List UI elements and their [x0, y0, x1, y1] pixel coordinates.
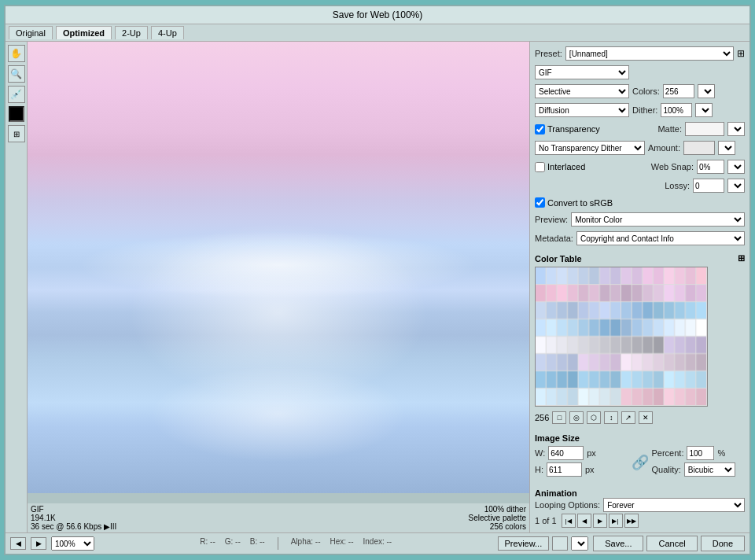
animation-header: Animation	[535, 488, 745, 498]
tab-optimized[interactable]: Optimized	[56, 26, 112, 39]
quality-label: Quality:	[652, 465, 681, 474]
quality-row: Quality: Bicubic	[652, 462, 746, 477]
looping-select[interactable]: Forever	[603, 498, 745, 512]
anim-prev-btn[interactable]: ◀	[577, 514, 591, 528]
preview-label: Preview:	[535, 215, 568, 224]
color-table-btn3[interactable]: ⬡	[587, 411, 601, 424]
lossy-label: Lossy:	[665, 181, 690, 190]
quality-select[interactable]: Bicubic	[684, 462, 735, 477]
canvas-image	[28, 42, 529, 493]
dither-select[interactable]: Diffusion	[535, 103, 629, 117]
format-row: GIF	[535, 65, 745, 79]
tab-2up[interactable]: 2-Up	[115, 26, 148, 39]
hand-tool-button[interactable]: ✋	[8, 45, 25, 62]
left-panel: ✋ 🔍 💉 ⊞ GIF 194.1K 36 sec	[6, 42, 529, 532]
animation-section: Animation Looping Options: Forever 1 of …	[535, 485, 745, 528]
color-table-btn4[interactable]: ↕	[604, 411, 618, 424]
link-proportions-icon[interactable]: 🔗	[632, 454, 649, 471]
color-table-btn5[interactable]: ↗	[621, 411, 635, 424]
animation-controls: 1 of 1 |◀ ◀ ▶ ▶| ▶▶	[535, 514, 745, 528]
tab-4up[interactable]: 4-Up	[151, 26, 184, 39]
transparency-checkbox-label[interactable]: Transparency	[535, 124, 600, 134]
web-snap-dropdown[interactable]: ▼	[727, 160, 745, 174]
interlaced-checkbox-label[interactable]: Interlaced	[535, 162, 585, 172]
zoom-select[interactable]: 100%	[51, 536, 94, 551]
dither-amount-input[interactable]	[661, 103, 692, 117]
web-snap-input[interactable]	[697, 160, 724, 174]
convert-srgb-label[interactable]: Convert to sRGB	[535, 197, 613, 208]
color-table-header: Color Table ⊞	[535, 253, 745, 263]
color-swatch-button[interactable]	[9, 106, 24, 122]
divider	[278, 537, 278, 550]
dither-dropdown[interactable]: ▼	[695, 103, 713, 117]
preset-menu-icon[interactable]: ⊞	[737, 48, 745, 59]
index-label: Index: --	[363, 537, 392, 550]
amount-input[interactable]	[683, 141, 715, 155]
color-table-btn6[interactable]: ✕	[639, 411, 653, 424]
colors-input[interactable]	[663, 84, 694, 98]
percent-input[interactable]	[687, 446, 714, 460]
preset-select[interactable]: [Unnamed]	[565, 46, 734, 61]
alpha-label: Alpha: --	[291, 537, 321, 550]
eyedropper-tool-button[interactable]: 💉	[8, 86, 25, 103]
canvas-info-left: GIF 194.1K 36 sec @ 56.6 Kbps ▶III	[31, 505, 116, 531]
canvas-info: GIF 194.1K 36 sec @ 56.6 Kbps ▶III 100% …	[28, 503, 529, 532]
done-button[interactable]: Done	[701, 536, 745, 551]
colors-dropdown[interactable]: ▼	[698, 84, 715, 98]
lossy-input[interactable]	[693, 179, 724, 193]
looping-label: Looping Options:	[535, 500, 600, 510]
matte-dropdown[interactable]: ▼	[727, 122, 745, 136]
animation-label: Animation	[535, 488, 577, 498]
color-table-btn2[interactable]: ◎	[569, 411, 584, 424]
no-transparency-row: No Transparency Dither Amount: ▼	[535, 141, 745, 155]
nav-prev-btn[interactable]: ◀	[10, 537, 26, 550]
anim-last-btn[interactable]: ▶▶	[624, 514, 639, 528]
canvas-area: GIF 194.1K 36 sec @ 56.6 Kbps ▶III 100% …	[28, 42, 529, 532]
dialog-title: Save for Web (100%)	[333, 9, 423, 20]
colors-label: Colors:	[632, 87, 660, 96]
hex-label: Hex: --	[330, 537, 353, 550]
color-table-menu-icon[interactable]: ⊞	[738, 253, 745, 263]
interlaced-checkbox[interactable]	[535, 162, 545, 172]
color-table-btn1[interactable]: □	[552, 411, 566, 424]
lossy-dropdown[interactable]: ▼	[727, 179, 745, 193]
transparency-matte-row: Transparency Matte: ▼	[535, 122, 745, 136]
height-input[interactable]	[547, 462, 582, 477]
anim-next-btn[interactable]: ▶|	[609, 514, 623, 528]
preview-select[interactable]: Monitor Color	[571, 212, 745, 227]
anim-play-btn[interactable]: ▶	[593, 514, 607, 528]
height-row: H: px	[535, 462, 628, 477]
cancel-button[interactable]: Cancel	[646, 536, 697, 551]
height-unit: px	[585, 465, 595, 474]
frame-counter: 1 of 1	[535, 516, 557, 525]
preview-button[interactable]: Preview...	[498, 536, 550, 551]
nav-next-btn[interactable]: ▶	[31, 537, 46, 550]
preview-row: Preview: Monitor Color	[535, 212, 745, 227]
browser-icon-btn[interactable]	[552, 536, 568, 551]
toggle-view-button[interactable]: ⊞	[8, 125, 25, 142]
format-select[interactable]: GIF	[535, 65, 629, 79]
color-table-controls: 256 □ ◎ ⬡ ↕ ↗ ✕	[535, 411, 745, 424]
zoom-tool-button[interactable]: 🔍	[8, 65, 25, 83]
browser-select[interactable]: ▼	[571, 536, 588, 551]
preview-btn-row: Preview... ▼	[498, 536, 589, 551]
color-table-canvas[interactable]	[536, 267, 707, 406]
transparency-checkbox[interactable]	[535, 124, 545, 134]
convert-srgb-checkbox[interactable]	[535, 197, 545, 208]
web-snap-label: Web Snap:	[651, 162, 694, 171]
tab-original[interactable]: Original	[9, 26, 53, 39]
anim-first-btn[interactable]: |◀	[562, 514, 576, 528]
height-label: H:	[535, 465, 543, 474]
palette-select[interactable]: Selective	[535, 84, 629, 98]
width-input[interactable]	[548, 446, 584, 460]
matte-input[interactable]	[685, 122, 724, 136]
g-label: G: --	[225, 537, 241, 550]
metadata-select[interactable]: Copyright and Contact Info	[576, 231, 745, 245]
amount-dropdown[interactable]: ▼	[718, 141, 735, 155]
bottom-bar: ◀ ▶ 100% R: -- G: -- B: -- Alpha: -- Hex…	[6, 532, 749, 554]
r-label: R: --	[200, 537, 215, 550]
color-table-label: Color Table	[535, 254, 582, 263]
no-transparency-select[interactable]: No Transparency Dither	[535, 141, 645, 155]
convert-srgb-row: Convert to sRGB	[535, 197, 745, 208]
save-button[interactable]: Save...	[593, 536, 643, 551]
